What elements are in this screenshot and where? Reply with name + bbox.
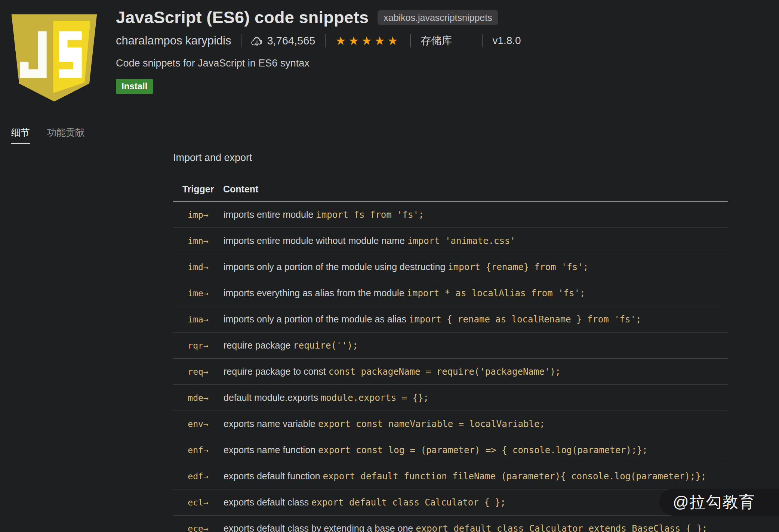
snippet-code: import {rename} from 'fs';	[448, 262, 588, 272]
snippet-code: import * as localAlias from 'fs';	[407, 288, 585, 299]
tab-details[interactable]: 细节	[11, 126, 30, 144]
table-row: imd→ imports only a portion of the modul…	[173, 254, 728, 280]
content-cell: exports default function export default …	[223, 463, 728, 489]
table-row: rqr→ require package require('');	[173, 332, 728, 359]
download-count: 3,764,565	[251, 35, 315, 47]
snippet-description: imports entire module without module nam…	[224, 235, 407, 246]
trigger-cell: env→	[173, 411, 223, 437]
snippet-code: export const nameVariable = localVariabl…	[318, 419, 545, 429]
content-cell: exports name variable export const nameV…	[223, 411, 728, 437]
snippet-description: imports only a portion of the module as …	[224, 314, 409, 324]
snippet-description: imports everything as alias from the mod…	[224, 288, 407, 298]
meta-divider	[482, 34, 483, 47]
trigger-cell: mde→	[173, 385, 223, 411]
snippet-code: require('');	[293, 340, 358, 351]
trigger-cell: imn→	[173, 228, 223, 254]
trigger-cell: req→	[173, 359, 223, 385]
meta-divider	[241, 34, 241, 47]
extension-title: JavaScript (ES6) code snippets	[116, 7, 369, 28]
snippet-description: require package	[224, 340, 293, 350]
table-row: ima→ imports only a portion of the modul…	[173, 306, 728, 332]
table-row: ece→ exports default class by extending …	[173, 516, 728, 532]
snippet-table-body: imp→ imports entire module import fs fro…	[173, 202, 728, 532]
snippet-code: module.exports = {};	[321, 393, 429, 403]
extension-description: Code snippets for JavaScript in ES6 synt…	[116, 58, 521, 69]
content-cell: exports default class export default cla…	[223, 489, 728, 516]
content-cell: require package require('');	[223, 332, 728, 359]
extension-logo	[7, 9, 102, 107]
table-row: imn→ imports entire module without modul…	[173, 228, 728, 254]
rating-stars[interactable]: ★★★★★	[335, 34, 400, 48]
snippet-code: export default function fileName (parame…	[323, 471, 706, 482]
column-header-content: Content	[223, 179, 728, 202]
trigger-cell: ime→	[173, 280, 223, 306]
tab-feature-contributions[interactable]: 功能贡献	[47, 126, 84, 144]
trigger-cell: imd→	[173, 254, 223, 280]
meta-divider	[410, 34, 411, 47]
extension-header: JavaScript (ES6) code snippets xabikos.j…	[116, 7, 521, 94]
version-label: v1.8.0	[492, 35, 521, 47]
column-header-trigger: Trigger	[173, 179, 223, 202]
content-cell: exports name function export const log =…	[223, 437, 728, 463]
table-row: edf→ exports default function export def…	[173, 463, 728, 489]
snippet-description: exports default class by extending a bas…	[224, 523, 416, 532]
content-cell: imports entire module without module nam…	[223, 228, 728, 254]
title-row: JavaScript (ES6) code snippets xabikos.j…	[116, 7, 521, 28]
content-cell: imports everything as alias from the mod…	[223, 280, 728, 306]
content-cell: require package to const const packageNa…	[223, 359, 728, 385]
trigger-cell: ecl→	[173, 489, 223, 516]
snippet-code: export default class Calculator extends …	[416, 523, 707, 532]
js-logo-icon	[7, 9, 102, 107]
snippet-code: const packageName = require('packageName…	[329, 366, 561, 377]
cloud-download-icon	[251, 35, 263, 47]
snippet-description: exports name variable	[224, 418, 318, 429]
snippet-description: exports default class	[224, 497, 311, 507]
snippet-description: default module.exports	[224, 392, 321, 403]
snippet-table: Trigger Content imp→ imports entire modu…	[173, 179, 728, 532]
trigger-cell: imp→	[173, 202, 223, 228]
snippet-description: exports default function	[224, 471, 323, 481]
watermark-text: @拉勾教育	[673, 492, 755, 513]
publisher-link[interactable]: charalampos karypidis	[116, 34, 231, 47]
details-content: Import and export Trigger Content imp→ i…	[173, 152, 728, 532]
install-button[interactable]: Install	[116, 79, 153, 94]
snippet-table-header: Trigger Content	[173, 179, 728, 202]
snippet-code: export default class Calculator { };	[311, 497, 506, 508]
download-count-value: 3,764,565	[267, 35, 315, 47]
table-row: enf→ exports name function export const …	[173, 437, 728, 463]
table-row: ecl→ exports default class export defaul…	[173, 489, 728, 516]
snippet-code: import { rename as localRename } from 'f…	[409, 314, 641, 325]
table-row: env→ exports name variable export const …	[173, 411, 728, 437]
table-row: ime→ imports everything as alias from th…	[173, 280, 728, 306]
snippet-description: imports only a portion of the module usi…	[224, 262, 448, 272]
snippet-description: exports name function	[224, 445, 318, 455]
trigger-cell: ima→	[173, 306, 223, 332]
snippet-description: require package to const	[224, 366, 329, 377]
table-row: mde→ default module.exports module.expor…	[173, 385, 728, 411]
snippet-description: imports entire module	[224, 209, 316, 220]
trigger-cell: edf→	[173, 463, 223, 489]
content-cell: imports entire module import fs from 'fs…	[223, 202, 728, 228]
content-cell: default module.exports module.exports = …	[223, 385, 728, 411]
snippet-code: import fs from 'fs';	[316, 210, 424, 220]
extension-details-page: JavaScript (ES6) code snippets xabikos.j…	[0, 0, 779, 532]
meta-row: charalampos karypidis 3,764,565 ★★★★★ 存储…	[116, 32, 521, 49]
section-title: Import and export	[173, 152, 728, 164]
trigger-cell: enf→	[173, 437, 223, 463]
snippet-code: export const log = (parameter) => { cons…	[318, 445, 647, 455]
table-row: req→ require package to const const pack…	[173, 359, 728, 385]
tab-bar-divider	[0, 145, 779, 145]
trigger-cell: rqr→	[173, 332, 223, 359]
watermark-badge: @拉勾教育	[659, 489, 779, 516]
tab-bar: 细节 功能贡献	[11, 126, 84, 144]
meta-divider	[325, 34, 326, 47]
repository-link[interactable]: 存储库	[421, 34, 452, 48]
content-cell: imports only a portion of the module as …	[223, 306, 728, 332]
trigger-cell: ece→	[173, 516, 223, 532]
snippet-code: import 'animate.css'	[407, 236, 515, 246]
table-row: imp→ imports entire module import fs fro…	[173, 202, 728, 228]
extension-id-badge: xabikos.javascriptsnippets	[378, 10, 498, 25]
content-cell: exports default class by extending a bas…	[223, 516, 728, 532]
content-cell: imports only a portion of the module usi…	[223, 254, 728, 280]
